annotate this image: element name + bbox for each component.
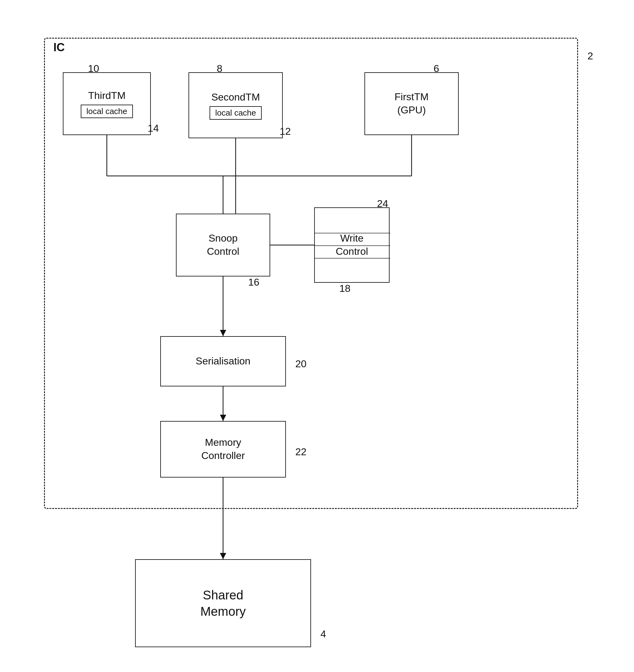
thirdtm-inner: local cache [81, 104, 133, 118]
ref-24: 24 [377, 198, 388, 210]
serialisation-label: Serialisation [196, 355, 250, 368]
ic-label: IC [53, 41, 65, 54]
secondtm-box: SecondTM local cache [189, 72, 283, 138]
shared-memory-label: Shared Memory [200, 587, 246, 620]
memory-controller-box: Memory Controller [160, 421, 286, 478]
ref-22: 22 [295, 446, 307, 458]
ref-6: 6 [434, 63, 439, 74]
ref-20: 20 [295, 358, 307, 370]
svg-marker-15 [220, 553, 226, 559]
ref-12: 12 [279, 126, 291, 137]
snoop-label: Snoop Control [207, 232, 239, 258]
ref-4: 4 [320, 628, 326, 640]
ref-8: 8 [217, 63, 222, 74]
firsttm-label: FirstTM (GPU) [395, 91, 429, 117]
firsttm-box: FirstTM (GPU) [364, 72, 459, 135]
ref-10: 10 [88, 63, 99, 74]
memory-controller-label: Memory Controller [201, 436, 245, 462]
ref-18: 18 [339, 283, 350, 294]
thirdtm-label: ThirdTM [88, 89, 125, 102]
secondtm-label: SecondTM [212, 91, 260, 104]
snoop-box: Snoop Control [176, 214, 270, 277]
ref-2: 2 [587, 50, 593, 62]
secondtm-inner: local cache [210, 106, 262, 120]
ref-16: 16 [248, 277, 260, 288]
serialisation-box: Serialisation [160, 336, 286, 386]
write-control-label: Write Control [336, 232, 368, 258]
diagram-container: IC 2 ThirdTM local cache 10 14 SecondTM … [25, 19, 609, 653]
shared-memory-box: Shared Memory [135, 559, 311, 647]
ref-14: 14 [148, 122, 159, 134]
thirdtm-box: ThirdTM local cache [63, 72, 151, 135]
write-control-box: Write Control [314, 207, 390, 283]
